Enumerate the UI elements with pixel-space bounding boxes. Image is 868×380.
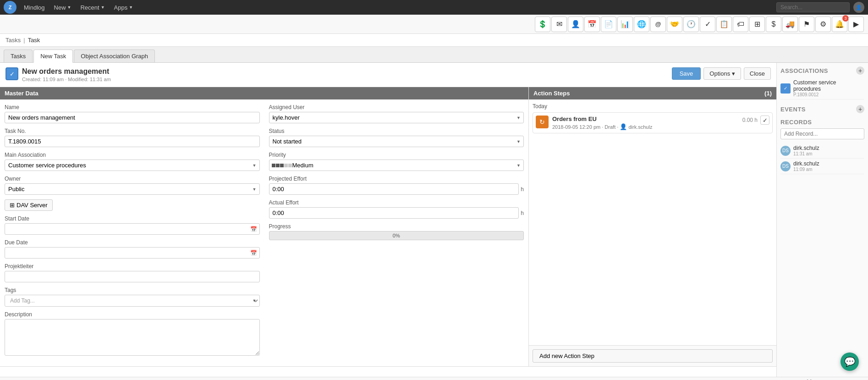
main-assoc-select[interactable]: Customer service procedures: [5, 160, 260, 171]
record-text-block-1: dirk.schulz 11:31 am: [793, 145, 819, 156]
due-date-group: Due Date 📅: [5, 239, 260, 259]
handshake-icon[interactable]: 🤝: [667, 17, 682, 32]
description-textarea[interactable]: [5, 319, 260, 356]
assigned-user-label: Assigned User: [269, 104, 524, 110]
nav-apps[interactable]: Apps ▼: [110, 2, 137, 13]
dav-server-button[interactable]: ⊞ DAV Server: [5, 199, 53, 211]
association-text[interactable]: Customer service procedures: [793, 79, 864, 92]
icon-toolbar: 💲 ✉ 👤 📅 📄 📊 🌐 @ 🤝 🕐 ✓ 📋 🏷 ⊞ $ 🚚 ⚑ ⚙ 🔔 3 …: [0, 15, 868, 34]
settings-icon[interactable]: ⚙: [815, 17, 831, 32]
actual-effort-group: Actual Effort h: [269, 199, 524, 219]
save-button[interactable]: Save: [672, 67, 701, 80]
nav-recent[interactable]: Recent ▼: [77, 2, 108, 13]
truck-icon[interactable]: 🚚: [782, 17, 798, 32]
mail-icon[interactable]: ✉: [551, 17, 567, 32]
name-group: Name: [5, 104, 260, 123]
search-input[interactable]: [776, 2, 850, 12]
main-assoc-group: Main Association Customer service proced…: [5, 152, 260, 171]
master-data-panel: Master Data Name Task No.: [0, 87, 529, 366]
tags-select[interactable]: Add Tag...: [5, 295, 260, 307]
bell-icon[interactable]: 🔔 3: [832, 17, 847, 32]
events-title: EVENTS +: [780, 105, 864, 113]
dollar-icon[interactable]: 💲: [535, 17, 550, 32]
start-date-input[interactable]: [5, 223, 260, 235]
tag-icon[interactable]: 🏷: [733, 17, 748, 32]
assigned-user-group: Assigned User kyle.hover: [269, 104, 524, 123]
step-check-button[interactable]: ✓: [760, 116, 769, 125]
at-icon[interactable]: @: [650, 17, 666, 32]
associations-section: ASSOCIATIONS + ✓ Customer service proced…: [780, 66, 864, 99]
projektleiter-label: Projektleiter: [5, 263, 260, 270]
app-logo[interactable]: Z: [4, 1, 16, 14]
start-date-group: Start Date 📅: [5, 215, 260, 235]
priority-select[interactable]: Medium: [269, 160, 524, 171]
tags-group: Tags Add Tag...: [5, 287, 260, 307]
name-input[interactable]: [5, 112, 260, 123]
tab-tasks[interactable]: Tasks: [4, 50, 33, 62]
chart-icon[interactable]: 📊: [617, 17, 633, 32]
records-section: RECORDS DS dirk.schulz 11:31 am DS dirk.…: [780, 119, 864, 174]
record-text-block-2: dirk.schulz 11:09 am: [793, 160, 819, 172]
tab-new-task[interactable]: New Task: [33, 50, 73, 63]
chat-bubble[interactable]: 💬: [841, 352, 859, 371]
projected-effort-group: Projected Effort h: [269, 176, 524, 195]
priority-group: Priority Medium: [269, 152, 524, 171]
projektleiter-group: Projektleiter: [5, 263, 260, 282]
action-steps-panel: Action Steps (1) Today ↻ Orders from EU …: [529, 87, 776, 366]
form-area: ✓ New orders management Created: 11:09 a…: [0, 63, 776, 377]
file-icon[interactable]: 📄: [601, 17, 616, 32]
arrow-icon[interactable]: ▶: [848, 17, 864, 32]
clipboard-icon[interactable]: 📋: [716, 17, 732, 32]
projektleiter-input[interactable]: [5, 271, 260, 282]
task-meta: Created: 11:09 am · Modified: 11:31 am: [22, 77, 111, 82]
actual-effort-suffix: h: [521, 210, 524, 216]
task-name: New orders management: [22, 67, 111, 76]
action-steps-body: Today ↻ Orders from EU 2018-09-05 12:20 …: [529, 99, 776, 345]
add-event-button[interactable]: +: [856, 105, 864, 113]
contact-icon[interactable]: 👤: [568, 17, 583, 32]
status-group: Status Not started: [269, 128, 524, 147]
progress-label: Progress: [269, 223, 524, 230]
record-time-1: 11:31 am: [793, 151, 819, 156]
due-date-input[interactable]: [5, 247, 260, 259]
apps-caret-icon: ▼: [129, 5, 133, 10]
add-association-button[interactable]: +: [856, 66, 864, 75]
main-content: ✓ New orders management Created: 11:09 a…: [0, 63, 868, 377]
flag-icon[interactable]: ⚑: [799, 17, 814, 32]
nav-mindlog[interactable]: Mindlog: [20, 2, 49, 13]
dav-server-group: ⊞ DAV Server: [5, 199, 260, 211]
calendar-icon[interactable]: 📅: [584, 17, 600, 32]
clock-icon[interactable]: 🕐: [683, 17, 699, 32]
task-no-input[interactable]: [5, 136, 260, 147]
association-icon: ✓: [780, 83, 791, 94]
globe-icon[interactable]: 🌐: [634, 17, 649, 32]
checkmark-icon[interactable]: ✓: [700, 17, 715, 32]
add-action-step-button[interactable]: Add new Action Step: [533, 349, 773, 363]
close-button[interactable]: Close: [744, 67, 771, 80]
association-sub: P.1809.0012: [793, 92, 864, 97]
money-icon[interactable]: $: [766, 17, 781, 32]
nav-new[interactable]: New ▼: [50, 2, 75, 13]
breadcrumb-section[interactable]: Tasks: [5, 37, 21, 44]
projected-effort-input[interactable]: [269, 183, 519, 195]
status-select[interactable]: Not started: [269, 136, 524, 147]
options-button[interactable]: Options ▾: [703, 67, 741, 80]
header-buttons: Save Options ▾ Close: [672, 67, 771, 80]
due-date-wrapper: 📅: [5, 247, 260, 259]
owner-select[interactable]: Public: [5, 183, 260, 195]
bell-badge: 3: [842, 15, 849, 22]
layers-icon[interactable]: ⊞: [749, 17, 765, 32]
form-left-col: Name Task No. Main Association Customer: [5, 104, 260, 362]
dav-icon: ⊞: [10, 202, 15, 209]
avatar[interactable]: 👤: [853, 2, 864, 13]
step-info: Orders from EU 2018-09-05 12:20 pm · Dra…: [552, 116, 739, 130]
owner-label: Owner: [5, 176, 260, 182]
assigned-user-select[interactable]: kyle.hover: [269, 112, 524, 123]
tab-object-association[interactable]: Object Association Graph: [74, 50, 155, 62]
add-record-input[interactable]: [780, 128, 864, 139]
master-data-header: Master Data: [0, 87, 528, 99]
right-sidebar: ASSOCIATIONS + ✓ Customer service proced…: [776, 63, 868, 377]
actual-effort-input[interactable]: [269, 207, 519, 219]
top-navigation: Z Mindlog New ▼ Recent ▼ Apps ▼ 👤: [0, 0, 868, 15]
owner-group: Owner Public: [5, 176, 260, 195]
